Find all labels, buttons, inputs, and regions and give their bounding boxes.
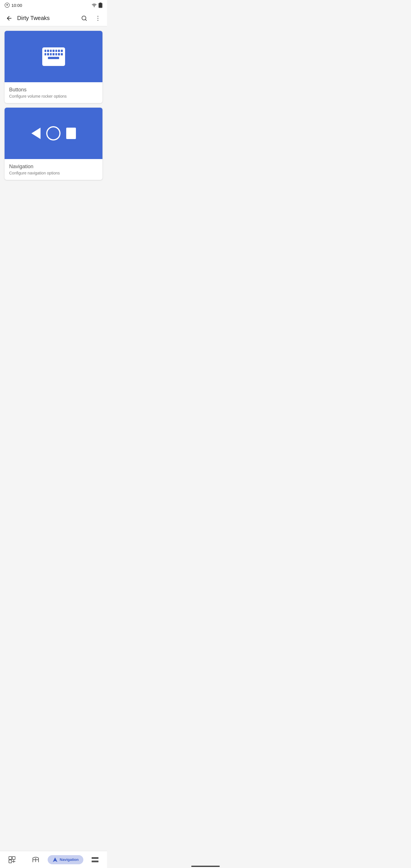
buttons-card-subtitle: Configure volume rocker options: [9, 94, 98, 98]
navigation-card-image: [5, 107, 102, 159]
nav-back-icon: [31, 128, 40, 139]
status-right: [92, 2, 102, 8]
buttons-card[interactable]: Buttons Configure volume rocker options: [5, 31, 102, 103]
app-bar: Dirty Tweaks: [0, 10, 107, 26]
main-content: Buttons Configure volume rocker options …: [0, 26, 107, 209]
app-bar-actions: [77, 11, 105, 25]
battery-icon: [98, 2, 102, 8]
status-left: 10:00: [5, 3, 22, 8]
svg-point-7: [98, 20, 98, 21]
keyboard-icon: [42, 48, 65, 66]
nav-home-icon: [46, 126, 61, 141]
nav-recents-icon: [66, 128, 76, 139]
svg-point-6: [98, 18, 98, 19]
svg-rect-2: [100, 3, 101, 3]
more-options-button[interactable]: [91, 11, 105, 25]
buttons-card-body: Buttons Configure volume rocker options: [5, 82, 102, 103]
svg-point-5: [98, 16, 98, 17]
search-button[interactable]: [77, 11, 91, 25]
wifi-icon: [92, 3, 97, 7]
navigation-card[interactable]: Navigation Configure navigation options: [5, 107, 102, 180]
carrier-icon: [5, 3, 10, 8]
navigation-card-body: Navigation Configure navigation options: [5, 159, 102, 180]
svg-rect-3: [99, 3, 102, 7]
buttons-card-title: Buttons: [9, 87, 98, 93]
navigation-card-title: Navigation: [9, 164, 98, 169]
status-bar: 10:00: [0, 0, 107, 10]
back-button[interactable]: [2, 11, 16, 25]
nav-buttons-icon: [31, 126, 76, 141]
page-title: Dirty Tweaks: [17, 15, 77, 22]
status-time: 10:00: [11, 3, 22, 8]
navigation-card-subtitle: Configure navigation options: [9, 171, 98, 175]
buttons-card-image: [5, 31, 102, 82]
